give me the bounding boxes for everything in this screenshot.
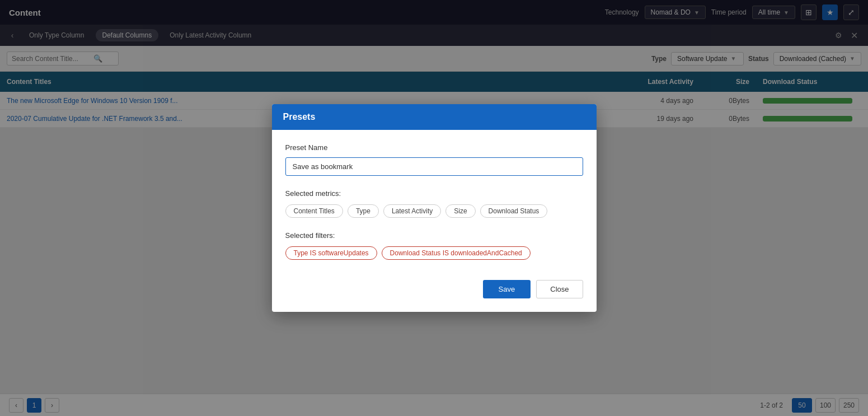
selected-metrics-label: Selected metrics:	[285, 189, 583, 198]
preset-name-label: Preset Name	[285, 143, 583, 152]
metric-chip-0: Content Titles	[285, 204, 343, 218]
filter-chip-1: Download Status IS downloadedAndCached	[382, 246, 531, 260]
metric-chip-2: Latest Activity	[383, 204, 441, 218]
modal-body: Preset Name Selected metrics: Content Ti…	[272, 130, 597, 269]
metric-chip-1: Type	[348, 204, 379, 218]
modal-title: Presets	[283, 112, 316, 121]
metric-chip-3: Size	[445, 204, 475, 218]
metrics-chips: Content Titles Type Latest Activity Size…	[285, 204, 583, 218]
metric-chip-4: Download Status	[480, 204, 548, 218]
modal-overlay: Presets Preset Name Selected metrics: Co…	[0, 0, 868, 416]
selected-filters-label: Selected filters:	[285, 231, 583, 240]
presets-modal: Presets Preset Name Selected metrics: Co…	[272, 104, 597, 312]
modal-footer: Save Close	[272, 269, 597, 312]
filter-chips: Type IS softwareUpdates Download Status …	[285, 246, 583, 260]
save-button[interactable]: Save	[483, 280, 531, 298]
filter-chip-0: Type IS softwareUpdates	[285, 246, 377, 260]
close-button[interactable]: Close	[536, 280, 583, 298]
preset-name-input[interactable]	[285, 157, 583, 176]
modal-header: Presets	[272, 104, 597, 130]
